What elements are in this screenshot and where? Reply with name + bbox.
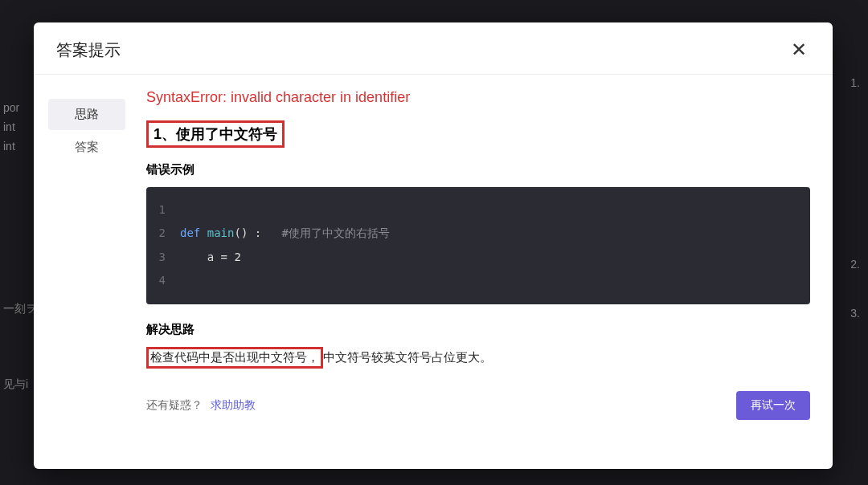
modal-body: 思路 答案 SyntaxError: invalid character in … xyxy=(34,75,833,469)
solution-highlight: 检查代码中是否出现中文符号， xyxy=(146,347,323,369)
tab-list: 思路 答案 xyxy=(34,75,140,469)
error-heading: SyntaxError: invalid character in identi… xyxy=(146,89,810,106)
code-content: def main() : #使用了中文的右括号 xyxy=(180,222,390,245)
bg-text: int xyxy=(3,140,37,153)
line-number: 3 xyxy=(146,246,180,269)
code-line: 2 def main() : #使用了中文的右括号 xyxy=(146,222,810,245)
code-content: a = 2 xyxy=(180,246,241,269)
bg-num: 2. xyxy=(850,258,860,271)
solution-label: 解决思路 xyxy=(146,322,810,337)
footer-row: 还有疑惑？ 求助助教 再试一次 xyxy=(146,391,810,420)
modal-title: 答案提示 xyxy=(56,39,121,61)
still-question: 还有疑惑？ 求助助教 xyxy=(146,398,256,413)
line-number: 4 xyxy=(146,269,180,292)
solution-rest: 中文符号较英文符号占位更大。 xyxy=(323,350,492,364)
solution-text: 检查代码中是否出现中文符号，中文符号较英文符号占位更大。 xyxy=(146,347,810,369)
bg-text: por xyxy=(3,101,37,114)
bg-text: int xyxy=(3,120,37,133)
modal-header: 答案提示 ✕ xyxy=(34,22,833,75)
line-number: 2 xyxy=(146,222,180,245)
code-func: main xyxy=(200,226,234,239)
cause-heading: 1、使用了中文符号 xyxy=(146,120,285,148)
retry-button[interactable]: 再试一次 xyxy=(736,391,810,420)
close-button[interactable]: ✕ xyxy=(788,37,810,63)
help-link[interactable]: 求助助教 xyxy=(211,398,256,411)
bg-text: 见与i xyxy=(3,377,37,392)
code-line: 1 xyxy=(146,198,810,222)
code-comment: #使用了中文的右括号 xyxy=(281,226,389,239)
bg-text: 一刻ヲ xyxy=(3,302,37,316)
code-block: 1 2 def main() : #使用了中文的右括号 3 a = 2 4 xyxy=(146,187,810,304)
bg-num: 3. xyxy=(850,307,860,320)
bg-num: 1. xyxy=(850,76,860,89)
example-label: 错误示例 xyxy=(146,162,810,177)
hint-modal: 答案提示 ✕ 思路 答案 SyntaxError: invalid charac… xyxy=(34,22,833,469)
question-text: 还有疑惑？ xyxy=(146,398,203,411)
background-right: 1. 2. 3. xyxy=(850,40,860,356)
tab-answer[interactable]: 答案 xyxy=(48,132,125,163)
code-keyword: def xyxy=(180,226,200,239)
tab-idea[interactable]: 思路 xyxy=(48,99,125,130)
line-number: 1 xyxy=(146,198,180,222)
code-line: 4 xyxy=(146,269,810,292)
content-area: SyntaxError: invalid character in identi… xyxy=(140,75,833,469)
code-line: 3 a = 2 xyxy=(146,246,810,269)
code-text: () : xyxy=(234,226,281,239)
